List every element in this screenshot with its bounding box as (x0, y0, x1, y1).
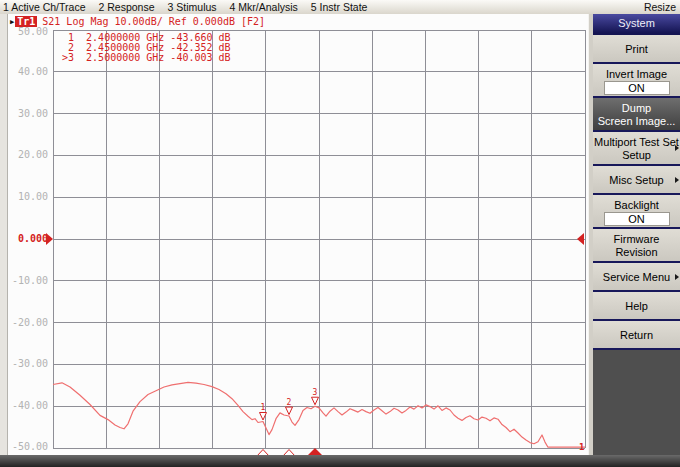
softkey-return[interactable]: Return (593, 321, 680, 350)
resize-menu-item[interactable]: Resize (644, 1, 680, 13)
softkey-label: Setup (593, 149, 680, 162)
softkey-label: Backlight (593, 199, 680, 212)
submenu-arrow-icon (675, 177, 679, 183)
display-area: ▶ Tr1 S21 Log Mag 10.00dB/ Ref 0.000dB [… (0, 14, 588, 455)
ref-level-arrow-left-icon (46, 233, 53, 245)
trace-number-label: 1 (579, 442, 584, 452)
softkey-label: Invert Image (593, 68, 680, 81)
softkey-label: Firmware (593, 233, 680, 246)
s21-plot: 1231 (0, 14, 588, 455)
softkey-misc-setup[interactable]: Misc Setup (593, 166, 680, 195)
trace-marker-1-number: 1 (261, 403, 266, 412)
trace-marker-3-icon (312, 397, 319, 405)
softkey-dump-screen-image[interactable]: DumpScreen Image... (593, 98, 680, 132)
softkey-firmware-revision[interactable]: FirmwareRevision (593, 229, 680, 263)
softkey-print[interactable]: Print (593, 35, 680, 64)
softkey-service-menu[interactable]: Service Menu (593, 263, 680, 292)
marker-readout-row: >3 2.5000000 GHz -40.003 dB (62, 53, 231, 63)
softkey-label: Multiport Test Set (593, 136, 680, 149)
softkey-label: Print (593, 43, 680, 56)
menu-item-3[interactable]: 3 Stimulus (168, 1, 217, 13)
trace-marker-2-number: 2 (287, 398, 292, 407)
submenu-arrow-icon (675, 274, 679, 280)
softkey-invert-image[interactable]: Invert ImageON (593, 64, 680, 98)
menu-item-5[interactable]: 5 Instr State (311, 1, 368, 13)
menu-item-4[interactable]: 4 Mkr/Analysis (230, 1, 298, 13)
menu-item-2[interactable]: 2 Response (98, 1, 154, 13)
marker-readout-table: 1 2.4000000 GHz -43.660 dB 2 2.4500000 G… (62, 33, 231, 63)
softkey-buttons: PrintInvert ImageONDumpScreen Image...Mu… (593, 35, 680, 350)
softkey-label: Misc Setup (593, 174, 680, 187)
toggle-state-value: ON (604, 81, 670, 95)
softkey-label: Revision (593, 246, 680, 259)
softkey-label: Help (593, 300, 680, 313)
menu-item-1[interactable]: 1 Active Ch/Trace (3, 1, 85, 13)
menu-bar: 1 Active Ch/Trace2 Response3 Stimulus4 M… (0, 0, 680, 15)
softkey-multiport-test-set-setup[interactable]: Multiport Test SetSetup (593, 132, 680, 166)
softkey-label: Screen Image... (593, 115, 680, 128)
toggle-state-value: ON (604, 212, 670, 226)
softkey-menu-title: System (593, 14, 680, 35)
submenu-arrow-icon (675, 145, 679, 151)
active-stimulus-marker-icon (307, 448, 323, 455)
softkey-backlight[interactable]: BacklightON (593, 195, 680, 229)
trace-marker-3-number: 3 (313, 388, 318, 397)
softkey-label: Service Menu (593, 271, 680, 284)
trace-marker-2-icon (286, 407, 293, 415)
menu-items: 1 Active Ch/Trace2 Response3 Stimulus4 M… (0, 1, 644, 13)
softkey-menu: System PrintInvert ImageONDumpScreen Ima… (593, 14, 680, 455)
softkey-label: Return (593, 329, 680, 342)
softkey-label: Dump (593, 102, 680, 115)
bottom-status-bar (0, 455, 680, 467)
softkey-help[interactable]: Help (593, 292, 680, 321)
graticule-grid (53, 30, 585, 448)
ref-level-arrow-right-icon (577, 233, 584, 245)
